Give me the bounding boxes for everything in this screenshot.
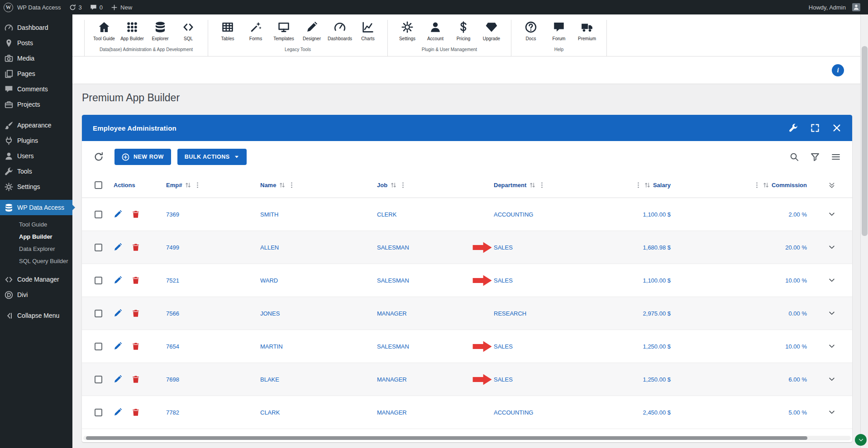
toolbar-item-forum[interactable]: Forum	[545, 20, 573, 42]
col-salary[interactable]: Salary	[653, 182, 671, 189]
dept-cell[interactable]: ACCOUNTING	[494, 409, 533, 416]
name-cell[interactable]: ALLEN	[260, 244, 279, 251]
emp-cell[interactable]: 7566	[166, 310, 179, 317]
howdy-account[interactable]: Howdy, Admin	[805, 0, 864, 14]
fullscreen-icon[interactable]	[811, 123, 820, 132]
delete-row-icon[interactable]	[132, 342, 140, 350]
col-commission[interactable]: Commission	[772, 182, 807, 189]
row-checkbox[interactable]	[95, 376, 102, 383]
toolbar-item-tables[interactable]: Tables	[214, 20, 242, 42]
expand-row-icon[interactable]	[828, 343, 835, 350]
name-cell[interactable]: JONES	[260, 310, 280, 317]
expand-row-icon[interactable]	[828, 244, 835, 251]
updates-indicator[interactable]: 3	[65, 0, 86, 14]
row-checkbox[interactable]	[95, 343, 102, 350]
sidebar-item-dashboard[interactable]: Dashboard	[0, 20, 72, 35]
collapse-all-icon[interactable]	[828, 182, 835, 189]
salary-cell[interactable]: 1,250.00 $	[643, 376, 671, 383]
sidebar-item-users[interactable]: Users	[0, 148, 72, 164]
column-menu-icon[interactable]	[288, 182, 295, 189]
expand-row-icon[interactable]	[828, 310, 835, 317]
comments-indicator[interactable]: 0	[86, 0, 107, 14]
dept-cell[interactable]: SALES	[494, 376, 513, 383]
row-checkbox[interactable]	[95, 409, 102, 416]
sidebar-item-posts[interactable]: Posts	[0, 35, 72, 51]
sort-icon[interactable]	[644, 182, 651, 189]
sort-icon[interactable]	[185, 182, 191, 189]
salary-cell[interactable]: 1,100.00 $	[643, 211, 671, 218]
sidebar-item-tools[interactable]: Tools	[0, 164, 72, 179]
select-all-checkbox[interactable]	[95, 181, 102, 189]
sidebar-item-divi[interactable]: Divi	[0, 287, 72, 302]
horizontal-scrollbar[interactable]	[83, 436, 851, 440]
toolbar-item-pricing[interactable]: Pricing	[449, 20, 477, 42]
site-name[interactable]: WP Data Access	[13, 0, 65, 14]
dept-cell[interactable]: SALES	[494, 277, 513, 284]
edit-row-icon[interactable]	[114, 375, 122, 383]
sidebar-item-comments[interactable]: Comments	[0, 81, 72, 97]
new-menu[interactable]: New	[107, 0, 136, 14]
toolbar-item-charts[interactable]: Charts	[354, 20, 382, 42]
toolbar-item-forms[interactable]: Forms	[242, 20, 270, 42]
commission-cell[interactable]: 20.00 %	[785, 244, 807, 251]
edit-row-icon[interactable]	[114, 243, 122, 251]
salary-cell[interactable]: 1,250.00 $	[643, 343, 671, 350]
refresh-icon[interactable]	[94, 152, 104, 162]
salary-cell[interactable]: 1,100.00 $	[643, 277, 671, 284]
name-cell[interactable]: BLAKE	[260, 376, 279, 383]
sidebar-item-projects[interactable]: Projects	[0, 97, 72, 112]
delete-row-icon[interactable]	[132, 243, 140, 251]
search-icon[interactable]	[790, 152, 799, 161]
salary-cell[interactable]: 2,450.00 $	[643, 409, 671, 416]
column-menu-icon[interactable]	[754, 182, 760, 189]
sidebar-item-pages[interactable]: Pages	[0, 66, 72, 81]
delete-row-icon[interactable]	[132, 276, 140, 284]
row-checkbox[interactable]	[95, 277, 102, 284]
sidebar-item-plugins[interactable]: Plugins	[0, 133, 72, 148]
view-menu-icon[interactable]	[831, 152, 840, 161]
horizontal-scrollbar-thumb[interactable]	[86, 436, 807, 440]
col-name[interactable]: Name	[260, 182, 276, 189]
emp-cell[interactable]: 7782	[166, 409, 179, 416]
info-button[interactable]: i	[832, 64, 844, 76]
job-cell[interactable]: MANAGER	[377, 409, 407, 416]
new-row-button[interactable]: NEW ROW	[114, 149, 171, 165]
edit-row-icon[interactable]	[114, 342, 122, 350]
filter-icon[interactable]	[811, 152, 820, 161]
dept-cell[interactable]: SALES	[494, 343, 513, 350]
dept-cell[interactable]: ACCOUNTING	[494, 211, 533, 218]
row-checkbox[interactable]	[95, 211, 102, 218]
sidebar-submenu-item-tool-guide[interactable]: Tool Guide	[0, 218, 72, 231]
name-cell[interactable]: WARD	[260, 277, 278, 284]
delete-row-icon[interactable]	[132, 210, 140, 218]
col-job[interactable]: Job	[377, 182, 387, 189]
emp-cell[interactable]: 7521	[166, 277, 179, 284]
sidebar-item-wp-data-access[interactable]: WP Data Access	[0, 200, 72, 215]
name-cell[interactable]: MARTIN	[260, 343, 283, 350]
edit-row-icon[interactable]	[114, 309, 122, 317]
commission-cell[interactable]: 5.00 %	[789, 409, 807, 416]
wordpress-logo[interactable]	[4, 3, 13, 12]
emp-cell[interactable]: 7369	[166, 211, 179, 218]
edit-row-icon[interactable]	[114, 276, 122, 284]
sort-icon[interactable]	[390, 182, 397, 189]
delete-row-icon[interactable]	[132, 408, 140, 416]
toolbar-item-account[interactable]: Account	[421, 20, 449, 42]
row-checkbox[interactable]	[95, 244, 102, 251]
job-cell[interactable]: SALESMAN	[377, 277, 409, 284]
job-cell[interactable]: CLERK	[377, 211, 396, 218]
vertical-scrollbar[interactable]	[860, 14, 868, 448]
sidebar-item-media[interactable]: Media	[0, 51, 72, 66]
sidebar-submenu-item-data-explorer[interactable]: Data Explorer	[0, 243, 72, 255]
close-icon[interactable]	[832, 123, 841, 132]
row-checkbox[interactable]	[95, 310, 102, 317]
panel-tools-icon[interactable]	[789, 123, 798, 132]
commission-cell[interactable]: 0.00 %	[789, 310, 807, 317]
toolbar-item-explorer[interactable]: Explorer	[146, 20, 174, 42]
toolbar-item-designer[interactable]: Designer	[298, 20, 326, 42]
toolbar-item-docs[interactable]: Docs	[517, 20, 545, 42]
sidebar-submenu-item-app-builder[interactable]: App Builder	[0, 231, 72, 243]
column-menu-icon[interactable]	[400, 182, 406, 189]
toolbar-item-dashboards[interactable]: Dashboards	[326, 20, 354, 42]
column-menu-icon[interactable]	[539, 182, 545, 189]
